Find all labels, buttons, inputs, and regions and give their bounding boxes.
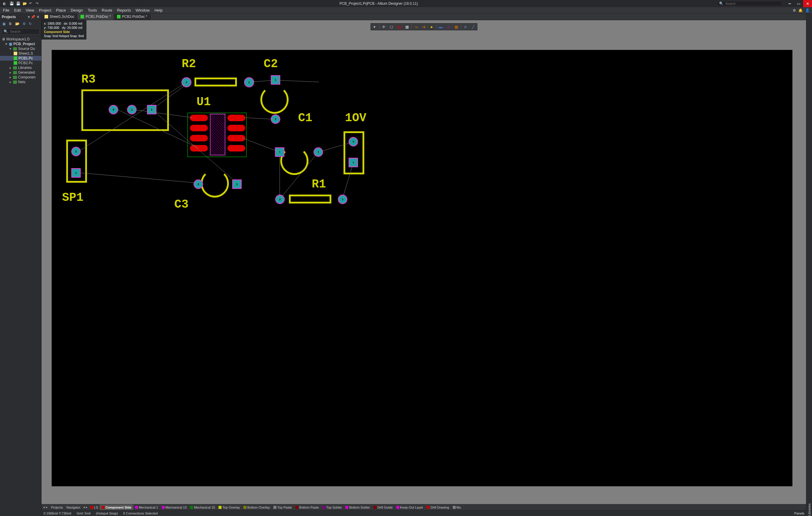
panel-pin-icon[interactable]: 📌 <box>31 15 35 19</box>
menu-items: FileEditViewProjectPlaceDesignToolsRoute… <box>1 7 165 13</box>
via-icon[interactable]: ● <box>428 23 436 30</box>
open-proj-icon[interactable]: 📂 <box>15 22 20 26</box>
tree-workspace[interactable]: 🖥 Workspace1.D <box>0 37 41 42</box>
menu-tools[interactable]: Tools <box>85 7 99 13</box>
tree-folder-generated[interactable]: ▸ Generated <box>0 70 41 75</box>
panel-tab-projects[interactable]: Projects <box>49 505 65 510</box>
user-icon[interactable]: 👤 <box>805 8 810 12</box>
editor-area[interactable]: x: 1905.000 dx: 0.000 mil y: 730.000 dy:… <box>41 20 806 504</box>
layer-tab-mechanical-15[interactable]: Mechanical 15 <box>188 505 217 510</box>
settings-icon[interactable]: ⚙ <box>793 8 796 12</box>
track-icon[interactable]: ↝ <box>412 23 420 30</box>
options-icon[interactable]: ⚙ <box>23 22 26 26</box>
svg-line-2 <box>132 109 193 118</box>
projects-panel: Projects ▾ 📌 ✕ ▣ 🗎 📂 ⚙ ↻ 🔍 🖥 Workspace1.… <box>0 13 41 516</box>
minimize-button[interactable]: ━ <box>785 0 794 7</box>
compile-icon[interactable]: ▣ <box>2 22 6 26</box>
polygon-icon[interactable]: ▦ <box>453 23 460 30</box>
libraries-rail[interactable]: Libraries <box>806 13 812 516</box>
align-icon[interactable]: ▥ <box>396 23 403 30</box>
menu-window[interactable]: Window <box>133 7 152 13</box>
text-icon[interactable]: A <box>462 23 469 30</box>
workspace: Projects ▾ 📌 ✕ ▣ 🗎 📂 ⚙ ↻ 🔍 🖥 Workspace1.… <box>0 13 812 516</box>
menu-design[interactable]: Design <box>68 7 86 13</box>
statusbar: X:1905mil Y:730mil Grid: 5mil (Hotspot S… <box>41 510 806 516</box>
fill-icon[interactable]: ▬ <box>437 23 445 30</box>
layerbar-nav-left[interactable]: ◂▸ <box>41 505 49 509</box>
titlebar-search[interactable]: 🔍 <box>717 1 782 6</box>
line-icon[interactable]: ╱ <box>469 23 477 30</box>
menu-project[interactable]: Project <box>36 7 53 13</box>
notifications-icon[interactable]: 🔔 <box>798 8 803 12</box>
menu-view[interactable]: View <box>23 7 36 13</box>
menu-file[interactable]: File <box>1 7 11 13</box>
editor-column: Sheet1.SchDocPCB1.PcbDoc *PCB2.PcbDoc * … <box>41 13 806 516</box>
layer-tab-component-side[interactable]: Component Side <box>100 505 133 510</box>
tree-file-pcb2-pc[interactable]: PCB2.Pc <box>0 61 41 65</box>
svg-line-11 <box>318 142 353 152</box>
redo-button[interactable]: ↷ <box>34 0 40 7</box>
layer-tab-top-paste[interactable]: Top Paste <box>272 505 294 510</box>
layer-tab-bottom-solder[interactable]: Bottom Solder <box>344 505 372 510</box>
document-tabstrip: Sheet1.SchDocPCB1.PcbDoc *PCB2.PcbDoc * <box>41 13 806 20</box>
close-button[interactable]: ✕ <box>803 0 812 7</box>
app-menu-button[interactable]: ◐ <box>1 0 8 7</box>
menu-edit[interactable]: Edit <box>11 7 23 13</box>
maximize-button[interactable]: ▭ <box>794 0 803 7</box>
menu-reports[interactable]: Reports <box>115 7 133 13</box>
layer-tab-ls[interactable]: LS <box>88 505 100 510</box>
doc-tab-pcb1-pcbdoc[interactable]: PCB1.PcbDoc * <box>78 13 114 20</box>
quick-access-toolbar: ◐ 💾 💾 📂 ↶ ↷ <box>1 0 40 7</box>
layer-tab-mu[interactable]: Mu <box>451 505 463 510</box>
layer-tab-drill-guide[interactable]: Drill Guide <box>372 505 394 510</box>
cursor-icon[interactable]: ✛ <box>380 23 388 30</box>
schematic-file-icon <box>45 15 48 19</box>
tree-project[interactable]: ▾▣ PCB_Project <box>0 42 41 46</box>
menu-place[interactable]: Place <box>54 7 68 13</box>
projects-search[interactable]: 🔍 <box>2 29 39 34</box>
panel-tab-navigator[interactable]: Navigator <box>65 505 82 510</box>
component-icon[interactable]: ▦ <box>403 23 411 30</box>
diff-pair-icon[interactable]: ⇉ <box>420 23 428 30</box>
tree-file-pcb1-pc[interactable]: PCB1.Pc <box>0 56 41 61</box>
layer-tab-keep-out-layer[interactable]: Keep-Out Layer <box>395 505 425 510</box>
projects-search-input[interactable] <box>9 29 36 33</box>
svg-line-4 <box>152 109 237 183</box>
panel-close-icon[interactable]: ✕ <box>36 15 39 19</box>
layer-tab-top-solder[interactable]: Top Solder <box>321 505 344 510</box>
refresh-icon[interactable]: ↻ <box>29 22 32 26</box>
undo-button[interactable]: ↶ <box>27 0 34 7</box>
filter-icon[interactable]: ▾ <box>371 23 379 30</box>
libraries-rail-label[interactable]: Libraries <box>808 15 811 516</box>
layerbar-nav-mid[interactable]: ◂▸ <box>82 505 88 510</box>
layer-tab-bottom-overlay[interactable]: Bottom Overlay <box>242 505 272 510</box>
titlebar-search-input[interactable] <box>725 1 778 6</box>
open-button[interactable]: 📂 <box>21 0 27 7</box>
projects-panel-header: Projects ▾ 📌 ✕ <box>0 13 41 20</box>
status-panels-button[interactable]: Panels <box>794 512 804 515</box>
new-file-icon[interactable]: 🗎 <box>9 22 12 26</box>
tree-folder-libraries[interactable]: ▸ Libraries <box>0 65 41 70</box>
layer-tab-mechanical-1[interactable]: Mechanical 1 <box>133 505 160 510</box>
titlebar: ◐ 💾 💾 📂 ↶ ↷ PCB_Project1.PrjPCB - Altium… <box>0 0 812 7</box>
layer-tab-top-overlay[interactable]: Top Overlay <box>217 505 242 510</box>
panel-menu-icon[interactable]: ▾ <box>28 15 30 19</box>
pcb-canvas[interactable]: R3 R2 C2 U1 C1 1OV SP1 C3 R1 <box>52 50 792 486</box>
save-button[interactable]: 💾 <box>8 0 14 7</box>
tree-folder-componen[interactable]: ▸ Componen <box>0 75 41 80</box>
menu-route[interactable]: Route <box>99 7 115 13</box>
status-coords: X:1905mil Y:730mil <box>44 512 71 515</box>
region-icon[interactable]: ▱ <box>445 23 453 30</box>
doc-tab-sheet1-schdoc[interactable]: Sheet1.SchDoc <box>41 13 78 20</box>
selection-icon[interactable]: ◻ <box>388 23 396 30</box>
layer-tab-bottom-paste[interactable]: Bottom Paste <box>294 505 321 510</box>
tree-file-sheet1-s[interactable]: Sheet1.S <box>0 51 41 56</box>
save-all-button[interactable]: 💾 <box>14 0 21 7</box>
layer-tab-drill-drawing[interactable]: Drill Drawing <box>425 505 451 510</box>
tree-folder-nets[interactable]: ▸ Nets <box>0 80 41 84</box>
ratsnest <box>52 50 792 486</box>
doc-tab-pcb2-pcbdoc[interactable]: PCB2.PcbDoc * <box>114 13 150 20</box>
tree-source-folder[interactable]: ▾ Source Do <box>0 46 41 51</box>
layer-tab-mechanical-13[interactable]: Mechanical 13 <box>160 505 188 510</box>
menu-help[interactable]: Help <box>152 7 165 13</box>
